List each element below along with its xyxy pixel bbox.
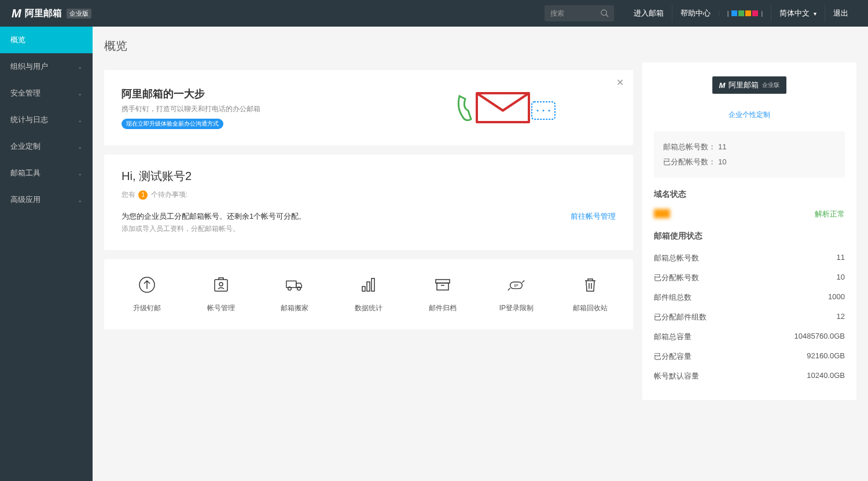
sidebar-item-label: 邮箱工具 [10,168,41,178]
qa-label: 升级钉邮 [110,303,184,313]
sidebar-item-label: 组织与用户 [10,61,48,72]
help-center-link[interactable]: 帮助中心 [672,5,719,22]
assign-text: 为您的企业员工分配邮箱帐号。还剩余1个帐号可分配。 [122,211,306,222]
promo-banner: 阿里邮箱的一大步 携手钉钉，打造可以聊天和打电话的办公邮箱 现在立即升级体验全新… [104,70,633,145]
chart-icon [359,276,378,294]
svg-rect-7 [215,280,227,291]
go-account-mgmt-link[interactable]: 前往帐号管理 [571,211,616,222]
usage-row: 邮件组总数1000 [654,288,845,307]
todo-prefix: 您有 [122,190,135,199]
enter-mail-link[interactable]: 进入邮箱 [626,5,672,22]
chevron-down-icon: ⌄ [78,170,82,177]
sidebar-item-mail-tools[interactable]: 邮箱工具 ⌄ [0,160,93,186]
svg-point-0 [601,10,606,15]
usage-label: 邮件组总数 [654,292,692,303]
qa-label: 数据统计 [332,303,406,313]
usage-label: 已分配邮件组数 [654,312,707,322]
right-panel: M 阿里邮箱 企业版 企业个性定制 邮箱总帐号数： 11 已分配帐号数： 10 [642,63,856,400]
usage-row: 已分配邮件组数12 [654,307,845,327]
svg-point-4 [543,110,545,112]
qa-mail-archive[interactable]: 邮件归档 [406,271,480,318]
sidebar-item-label: 概览 [10,35,25,45]
usage-label: 邮箱总容量 [654,332,692,342]
qa-mail-trash[interactable]: 邮箱回收站 [553,271,627,318]
usage-label: 已分配帐号数 [654,273,699,283]
close-icon[interactable]: ✕ [616,77,624,88]
svg-line-20 [508,288,510,291]
enterprise-custom-link[interactable]: 企业个性定制 [654,110,845,120]
sidebar-item-label: 企业定制 [10,141,41,152]
usage-row: 已分配帐号数10 [654,268,845,288]
svg-point-3 [537,110,539,112]
trash-icon [581,276,599,294]
domain-status-row: ███ 解析正常 [654,207,845,222]
language-selector[interactable]: 简体中文 [771,5,825,22]
usage-value: 10240.0GB [807,371,845,381]
search-box [545,5,614,21]
qa-ip-login-limit[interactable]: IP IP登录限制 [480,271,554,318]
svg-rect-9 [286,281,296,287]
usage-value: 12 [837,312,845,322]
greeting-card: Hi, 测试账号2 您有 1 个待办事项: 为您的企业员工分配邮箱帐号。还剩余1… [104,155,633,250]
stat-box: 邮箱总帐号数： 11 已分配帐号数： 10 [654,131,845,178]
stat-label: 邮箱总帐号数： [663,139,716,155]
assign-subtext: 添加或导入员工资料，分配邮箱帐号。 [122,224,306,234]
domain-status-title: 域名状态 [654,189,845,200]
chevron-down-icon: ⌄ [78,144,82,150]
quick-actions-card: 升级钉邮 帐号管理 邮箱搬家 数据统计 邮件归档 [104,259,633,329]
logo-text: 阿里邮箱 [25,8,62,20]
domain-status-value: 解析正常 [815,209,845,219]
usage-label: 邮箱总帐号数 [654,253,699,263]
qa-label: IP登录限制 [480,303,554,313]
usage-row: 已分配容量92160.0GB [654,347,845,366]
todo-line: 您有 1 个待办事项: [122,190,616,200]
svg-line-21 [523,280,525,282]
chevron-down-icon: ⌄ [78,197,82,203]
usage-row: 邮箱总容量10485760.0GB [654,327,845,347]
sidebar-item-stats-logs[interactable]: 统计与日志 ⌄ [0,107,93,133]
top-header: M 阿里邮箱 企业版 进入邮箱 帮助中心 | | 简体中文 退出 [0,0,868,27]
sidebar-item-security[interactable]: 安全管理 ⌄ [0,80,93,107]
logo[interactable]: M 阿里邮箱 企业版 [12,7,91,20]
truck-icon [285,276,304,294]
usage-label: 已分配容量 [654,351,692,362]
logout-link[interactable]: 退出 [825,5,856,22]
usage-value: 1000 [828,292,845,303]
stat-value: 10 [718,155,726,170]
archive-icon [433,276,452,294]
upgrade-icon [138,276,156,294]
sidebar-item-label: 安全管理 [10,88,41,98]
qa-account-mgmt[interactable]: 帐号管理 [184,271,258,318]
todo-count-badge: 1 [138,190,148,200]
qa-label: 邮件归档 [406,303,480,313]
chevron-down-icon: ⌄ [78,64,82,70]
stat-value: 11 [718,139,726,155]
theme-swatches[interactable]: | | [719,10,771,17]
usage-value: 11 [837,253,845,263]
svg-rect-15 [436,280,450,283]
sidebar-item-enterprise-custom[interactable]: 企业定制 ⌄ [0,133,93,160]
usage-status-title: 邮箱使用状态 [654,231,845,241]
banner-title: 阿里邮箱的一大步 [122,87,260,101]
sidebar-item-overview[interactable]: 概览 [0,27,93,53]
account-icon [212,276,230,294]
sidebar-item-label: 高级应用 [10,194,41,205]
svg-rect-14 [372,278,374,291]
qa-data-stats[interactable]: 数据统计 [332,271,406,318]
logo-icon: M [12,7,20,20]
sidebar-item-org-users[interactable]: 组织与用户 ⌄ [0,53,93,80]
todo-suffix: 个待办事项: [151,190,187,199]
usage-value: 10485760.0GB [795,332,845,342]
svg-text:IP: IP [514,283,518,288]
page-title: 概览 [104,38,633,54]
search-icon[interactable] [600,9,609,20]
logo-badge: 企业版 [67,9,91,19]
qa-mail-migration[interactable]: 邮箱搬家 [258,271,332,318]
banner-cta-pill[interactable]: 现在立即升级体验全新办公沟通方式 [122,119,223,129]
usage-row: 帐号默认容量10240.0GB [654,366,845,386]
chevron-down-icon: ⌄ [78,117,82,123]
qa-label: 邮箱回收站 [553,303,627,313]
usage-label: 帐号默认容量 [654,371,699,381]
qa-upgrade-dingmail[interactable]: 升级钉邮 [110,271,184,318]
sidebar-item-advanced[interactable]: 高级应用 ⌄ [0,186,93,213]
